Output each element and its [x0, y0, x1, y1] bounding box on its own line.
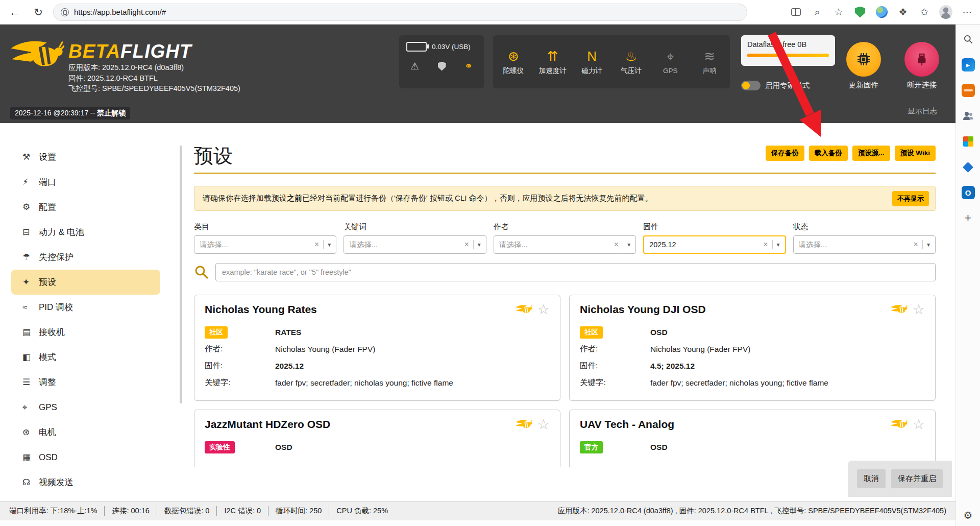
chevron-down-icon[interactable]: ▾: [777, 241, 780, 248]
expert-mode-toggle[interactable]: 启用专家模式: [741, 81, 810, 90]
people-icon[interactable]: [962, 109, 975, 123]
sidebar-item-configuration[interactable]: ⚙配置: [11, 195, 160, 220]
toggle-switch[interactable]: [741, 81, 761, 90]
status-badge: 社区: [205, 326, 228, 339]
microsoft365-icon[interactable]: [962, 135, 975, 148]
outlook-icon[interactable]: [962, 186, 975, 199]
filter-author: 作者 请选择... × ▾: [494, 222, 636, 254]
page-title: 预设: [194, 145, 233, 167]
collections-icon[interactable]: [962, 160, 975, 174]
favorites-list-icon[interactable]: ✩: [918, 6, 931, 19]
address-bar[interactable]: https://app.betaflight.com/#: [53, 4, 747, 21]
log-line: 2025-12-16 @20:39:17 -- 禁止解锁: [10, 107, 130, 119]
motor-icon: ⊛: [22, 427, 39, 438]
category-select[interactable]: 请选择... × ▾: [194, 235, 336, 254]
browser-refresh-button[interactable]: ↻: [30, 4, 47, 21]
search-icon[interactable]: [962, 33, 975, 46]
usb-icon: [915, 52, 929, 66]
sidebar-item-video-transmitter[interactable]: ☊视频发送: [11, 470, 160, 495]
profile-avatar[interactable]: [939, 6, 952, 19]
toolbox-icon[interactable]: [962, 84, 975, 97]
betaflight-bee-icon: [890, 304, 908, 316]
status-select[interactable]: 请选择... × ▾: [793, 235, 936, 254]
sonar-icon: ≋: [691, 49, 728, 64]
sensor-magnetometer: N 磁力计: [573, 49, 611, 76]
favorite-star-icon[interactable]: ☆: [537, 303, 550, 317]
load-backup-button[interactable]: 载入备份: [809, 146, 848, 161]
favorite-star-icon[interactable]: ☆: [537, 418, 550, 432]
favorite-star-icon[interactable]: ☆: [913, 418, 925, 432]
save-backup-button[interactable]: 保存备份: [766, 146, 804, 161]
site-info-icon[interactable]: [61, 8, 69, 16]
dataflash-usage-bar: [747, 54, 829, 57]
chevron-down-icon[interactable]: ▾: [627, 241, 630, 248]
chip-icon: [856, 52, 871, 67]
preset-sources-button[interactable]: 预设源...: [852, 146, 890, 161]
receiver-icon: ▤: [22, 327, 39, 338]
show-log-link[interactable]: 显示日志: [908, 106, 937, 116]
chevron-down-icon[interactable]: ▾: [927, 241, 930, 248]
update-firmware-button[interactable]: 更新固件: [836, 42, 892, 90]
sidebar-item-presets[interactable]: ✦预设: [11, 270, 160, 295]
favorite-star-icon[interactable]: ☆: [913, 303, 925, 317]
author-select[interactable]: 请选择... × ▾: [494, 235, 636, 254]
add-sidebar-item-icon[interactable]: +: [962, 211, 975, 225]
sidebar-item-motors[interactable]: ⊛电机: [11, 420, 160, 445]
status-badge: 社区: [580, 326, 603, 339]
split-screen-icon[interactable]: [789, 6, 802, 19]
adblock-shield-icon[interactable]: [853, 6, 867, 19]
sidebar-item-receiver[interactable]: ▤接收机: [11, 320, 160, 345]
extensions-puzzle-icon[interactable]: ❖: [896, 6, 910, 19]
preset-card[interactable]: Nicholas Young Rates ☆ 社区RATES 作者:Nichol…: [194, 295, 560, 401]
keywords-select[interactable]: 请选择... × ▾: [344, 235, 486, 254]
address-url: https://app.betaflight.com/#: [74, 8, 166, 16]
clear-icon[interactable]: ×: [763, 240, 768, 249]
preset-card[interactable]: UAV Tech - Analog ☆ 官方OSD: [569, 410, 936, 467]
zoom-icon[interactable]: ⌕: [811, 6, 824, 19]
sidebar-nav: ⚒设置 ⚡端口 ⚙配置 ⊟动力 & 电池 ☂失控保护 ✦预设 ≈PID 调校 ▤…: [0, 123, 180, 501]
favorite-star-icon[interactable]: ☆: [832, 6, 845, 19]
dismiss-notice-button[interactable]: 不再显示: [892, 191, 929, 206]
sidebar-item-modes[interactable]: ◧模式: [11, 345, 160, 370]
sidebar-item-gps[interactable]: ⌖GPS: [11, 395, 160, 420]
firmware-select[interactable]: 2025.12 × ▾: [643, 235, 786, 254]
sidebar-item-power-battery[interactable]: ⊟动力 & 电池: [11, 220, 160, 245]
sidebar-item-failsafe[interactable]: ☂失控保护: [11, 245, 160, 270]
sidebar-item-ports[interactable]: ⚡端口: [11, 170, 160, 195]
port-usage: 端口利用率: 下:18%-上:1%: [9, 506, 97, 516]
sidebar-item-pid-tuning[interactable]: ≈PID 调校: [11, 295, 160, 320]
version-info: 应用版本: 2025.12.0-RC4 (d0a3ff8) , 固件: 2025…: [557, 506, 946, 516]
battery-panel: 0.03V (USB) ⚠ ⚭: [399, 35, 484, 88]
copilot-icon[interactable]: ▸: [962, 58, 975, 71]
gear-icon: ⚙: [22, 202, 39, 212]
accelerometer-icon: ⇈: [534, 49, 572, 64]
sidebar-item-setup[interactable]: ⚒设置: [11, 145, 160, 170]
dataflash-free-label: Dataflash: free 0B: [747, 40, 829, 49]
preset-firmware: 4.5; 2025.12: [650, 362, 925, 371]
filter-keywords: 关键词 请选择... × ▾: [344, 222, 486, 254]
preset-card[interactable]: JazzMutant HDZero OSD ☆ 实验性OSD: [194, 410, 560, 467]
filter-status: 状态 请选择... × ▾: [793, 222, 936, 254]
clear-icon[interactable]: ×: [614, 240, 619, 249]
betaflight-brand: BETAFLIGHT 应用版本: 2025.12.0-RC4 (d0a3ff8)…: [9, 30, 240, 94]
chevron-down-icon[interactable]: ▾: [328, 241, 331, 248]
chevron-down-icon[interactable]: ▾: [478, 241, 481, 248]
preset-wiki-button[interactable]: 预设 Wiki: [895, 146, 936, 161]
preset-search-input[interactable]: [215, 263, 936, 281]
disconnect-button[interactable]: 断开连接: [894, 42, 950, 90]
sidebar-item-osd[interactable]: ▦OSD: [11, 445, 160, 470]
clear-icon[interactable]: ×: [464, 240, 469, 249]
cpu-load: CPU 负载: 25%: [329, 506, 388, 516]
globe-extension-icon[interactable]: [875, 6, 888, 19]
save-reboot-button[interactable]: 保存并重启: [891, 469, 943, 488]
preset-card[interactable]: Nicholas Young DJI OSD ☆ 社区OSD 作者:Nichol…: [569, 295, 936, 401]
cancel-button[interactable]: 取消: [857, 469, 886, 488]
browser-back-button[interactable]: ←: [6, 4, 23, 21]
browser-menu-icon[interactable]: ⋯: [961, 6, 974, 19]
settings-gear-icon[interactable]: ⚙: [964, 509, 973, 521]
clear-icon[interactable]: ×: [914, 240, 918, 249]
clear-icon[interactable]: ×: [314, 240, 319, 249]
sidebar-item-adjustments[interactable]: ☰调整: [11, 370, 160, 395]
failsafe-shield-icon: [438, 62, 446, 71]
tuning-icon: ≈: [22, 302, 39, 313]
